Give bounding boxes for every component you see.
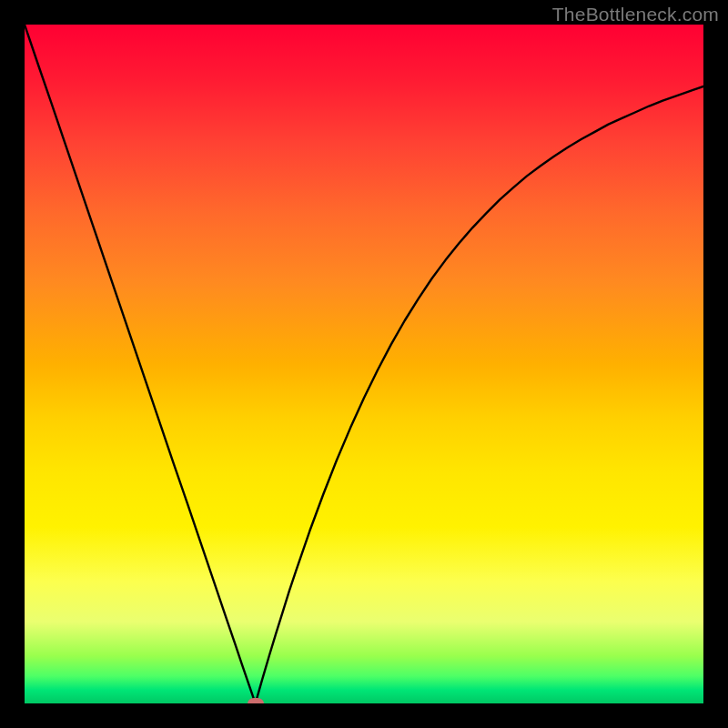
plot-area	[25, 25, 703, 703]
optimum-marker	[248, 698, 264, 703]
bottleneck-curve	[25, 25, 703, 703]
chart-frame: TheBottleneck.com	[0, 0, 728, 728]
watermark-text: TheBottleneck.com	[552, 4, 719, 25]
